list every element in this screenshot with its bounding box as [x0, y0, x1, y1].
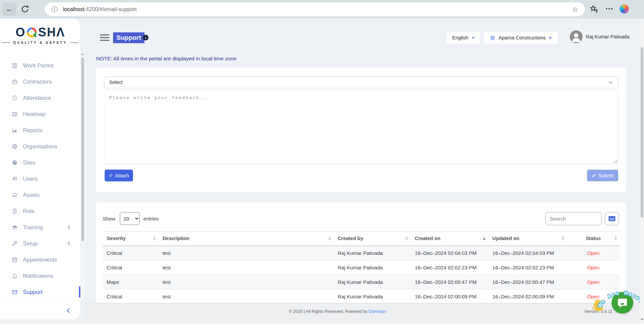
globe-icon [11, 143, 18, 150]
severity-cell: Critical [103, 260, 158, 275]
expand-chevron-icon [68, 241, 71, 245]
column-header-created-by[interactable]: Created by [334, 232, 411, 246]
created-on-cell: 16–Dec–2024 02:02:23 PM [411, 260, 488, 275]
description-cell: test [158, 246, 333, 260]
severity-select[interactable]: Select [104, 76, 618, 88]
status-cell: Open [567, 246, 620, 260]
table-row[interactable]: CriticaltestRaj Kumar Pativada16–Dec–202… [103, 289, 620, 303]
sidebar-scrollbar[interactable] [81, 51, 85, 299]
table-row[interactable]: CriticaltestRaj Kumar Pativada16–Dec–202… [103, 246, 620, 260]
sidebar-item-label: Organisations [23, 143, 57, 150]
sort-arrows-icon[interactable] [483, 236, 486, 240]
table-row[interactable]: CriticaltestRaj Kumar Pativada16–Dec–202… [103, 260, 620, 275]
check-icon [592, 173, 596, 178]
column-header-updated-on[interactable]: Updated on [488, 232, 567, 246]
browser-refresh-button[interactable] [20, 4, 30, 14]
address-bar[interactable]: i localhost:4200/#/email-support ☆ [45, 2, 585, 16]
table-row[interactable]: MajortestRaj Kumar Pativada16–Dec–2024 0… [103, 275, 620, 289]
scroll-down-arrow-icon[interactable] [641, 319, 643, 321]
sidebar-item-support[interactable]: Support [0, 284, 80, 300]
globe-pin-icon [11, 159, 18, 166]
column-header-status[interactable]: Status [567, 232, 620, 246]
sidebar-item-appointments[interactable]: Appointments [0, 252, 80, 268]
sidebar-item-sites[interactable]: Sites [0, 154, 80, 171]
sidebar-item-heatmap[interactable]: Heatmap [0, 106, 80, 122]
created-by-cell: Raj Kumar Pativada [334, 275, 411, 289]
created-on-cell: 16–Dec–2024 02:04:03 PM [411, 246, 488, 260]
sidebar-item-notifications[interactable]: Notifications [0, 268, 80, 284]
badge-letter: r [632, 293, 637, 299]
show-label: Show [103, 216, 115, 222]
textarea-resize-handle[interactable] [614, 159, 617, 163]
browser-back-button[interactable]: ← [3, 2, 16, 16]
logo-letter: O [16, 25, 25, 39]
favorites-icon[interactable] [589, 4, 598, 14]
sidebar-item-role[interactable]: Role [0, 203, 80, 219]
sort-arrows-icon[interactable] [614, 236, 617, 240]
page-scrollbar-thumb[interactable] [641, 47, 643, 217]
attach-label: Attach [115, 173, 129, 178]
sidebar-item-contractors[interactable]: Contractors [0, 73, 80, 90]
submit-button[interactable]: Submit [587, 170, 618, 181]
sidebar-item-assets[interactable]: Assets [0, 187, 80, 203]
logo-tagline: QUALITY & SAFETY [0, 41, 80, 45]
description-cell: test [158, 275, 333, 289]
briefcase-icon [11, 79, 18, 85]
sidebar-menu: Work PermitContractorsAttendanceHeatmapR… [0, 53, 80, 300]
copilot-icon[interactable] [620, 4, 629, 13]
paperclip-icon [109, 173, 113, 178]
organisation-dropdown[interactable]: Aparna Constructions [484, 32, 558, 44]
sidebar-item-organisations[interactable]: Organisations [0, 138, 80, 154]
calendar-icon [11, 257, 18, 263]
url-path: :4200/#/email-support [84, 6, 137, 12]
browser-menu-icon[interactable] [606, 8, 613, 9]
osmosys-link[interactable]: Osmosys [369, 309, 386, 314]
page-size-select[interactable]: 10 [120, 212, 140, 225]
sidebar-item-attendance[interactable]: Attendance [0, 90, 80, 106]
chart-icon [11, 127, 18, 134]
sidebar-collapse[interactable] [0, 300, 80, 320]
chevron-down-icon [472, 37, 475, 39]
info-icon[interactable]: i [143, 35, 149, 40]
sidebar-item-users[interactable]: Users [0, 171, 80, 187]
sidebar-item-work-permit[interactable]: Work Permit [0, 57, 80, 73]
sidebar-item-training[interactable]: Training [0, 219, 80, 235]
sort-arrows-icon[interactable] [153, 236, 156, 240]
column-header-severity[interactable]: Severity [103, 232, 158, 246]
sidebar-item-label: Support [23, 289, 43, 295]
search-input[interactable] [545, 212, 602, 225]
sidebar-item-label: Notifications [23, 273, 53, 279]
column-header-created-on[interactable]: Created on [411, 232, 488, 246]
building-icon [11, 62, 18, 69]
sidebar-item-label: Assets [23, 192, 40, 198]
globe-icon [490, 35, 495, 41]
feedback-textarea[interactable] [104, 90, 618, 164]
sidebar-item-reports[interactable]: Reports [0, 122, 80, 138]
language-dropdown[interactable]: English [447, 32, 480, 44]
column-view-button[interactable] [605, 212, 619, 225]
status-cell: Open [567, 275, 620, 289]
sidebar-scrollbar-thumb[interactable] [81, 57, 84, 241]
chat-widget-button[interactable] [612, 292, 633, 314]
bookmark-star-icon[interactable]: ☆ [572, 5, 578, 13]
sidebar-item-setup[interactable]: Setup [0, 235, 80, 252]
site-info-icon[interactable]: i [52, 6, 57, 12]
user-avatar[interactable] [570, 30, 583, 43]
sidebar-item-label: Work Permit [23, 62, 53, 69]
hamburger-menu-icon[interactable] [100, 34, 109, 41]
bell-icon [11, 273, 18, 279]
sort-arrows-icon[interactable] [328, 236, 331, 240]
sidebar-item-label: Users [23, 176, 37, 182]
logo-letter: Λ [56, 25, 65, 39]
scroll-up-arrow-icon[interactable] [81, 53, 84, 55]
page-footer: © 2025 | All Rights Reserved. Powered by… [84, 303, 640, 320]
id-badge-icon [11, 208, 18, 214]
sort-arrows-icon[interactable] [405, 236, 408, 240]
attach-button[interactable]: Attach [105, 170, 133, 181]
sort-arrows-icon[interactable] [562, 236, 564, 240]
page-scrollbar[interactable] [640, 19, 644, 324]
column-header-description[interactable]: Description [158, 232, 333, 246]
browser-chrome: ← i localhost:4200/#/email-support ☆ [0, 0, 644, 19]
language-value: English [452, 35, 468, 40]
envelope-icon [11, 289, 18, 295]
